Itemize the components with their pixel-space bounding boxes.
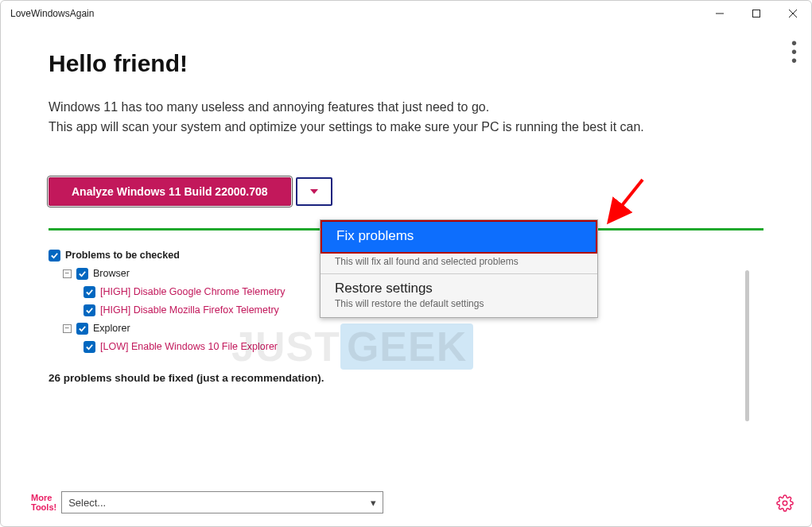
kebab-menu-icon[interactable]: ••• <box>791 36 797 68</box>
menu-item-desc: This will fix all found and selected pro… <box>321 254 597 274</box>
annotation-arrow-icon <box>603 176 651 231</box>
more-tools-link[interactable]: More Tools! <box>31 493 56 512</box>
main-content: Hello friend! Windows 11 has too many us… <box>1 26 811 384</box>
chevron-down-icon <box>310 189 318 194</box>
close-button[interactable] <box>775 1 811 26</box>
select-placeholder: Select... <box>68 497 106 509</box>
checkbox-icon[interactable] <box>49 250 60 262</box>
window-title: LoveWindowsAgain <box>10 8 94 19</box>
tree-item[interactable]: [LOW] Enable Windows 10 File Explorer <box>84 341 763 353</box>
svg-point-6 <box>783 501 787 506</box>
problem-link[interactable]: [LOW] Enable Windows 10 File Explorer <box>100 341 278 352</box>
checkbox-icon[interactable] <box>84 304 95 316</box>
tree-category[interactable]: − Explorer <box>63 323 763 335</box>
collapse-icon[interactable]: − <box>63 269 72 278</box>
category-label: Browser <box>93 268 130 279</box>
summary-text: 26 problems should be fixed (just a reco… <box>49 372 763 384</box>
checkbox-icon[interactable] <box>84 286 95 298</box>
window-controls <box>701 1 811 26</box>
category-label: Explorer <box>93 323 130 334</box>
chevron-down-icon: ▾ <box>371 497 376 509</box>
titlebar: LoveWindowsAgain <box>1 1 811 26</box>
svg-rect-1 <box>753 10 760 17</box>
scrollbar-thumb[interactable] <box>745 270 749 421</box>
checkbox-icon[interactable] <box>76 323 88 335</box>
minimize-button[interactable] <box>701 1 738 26</box>
gear-icon[interactable] <box>776 494 794 515</box>
checkbox-icon[interactable] <box>84 341 95 353</box>
maximize-button[interactable] <box>738 1 775 26</box>
page-title: Hello friend! <box>49 50 763 77</box>
dropdown-menu: Fix problems This will fix all found and… <box>320 219 598 318</box>
tree-root-label: Problems to be checked <box>65 250 180 261</box>
action-row: Analyze Windows 11 Build 22000.708 <box>49 177 763 206</box>
checkbox-icon[interactable] <box>76 268 88 280</box>
dropdown-toggle-button[interactable] <box>296 177 332 206</box>
analyze-button[interactable]: Analyze Windows 11 Build 22000.708 <box>49 177 291 206</box>
footer: More Tools! Select... ▾ <box>31 491 794 513</box>
svg-line-5 <box>611 180 643 219</box>
tools-select[interactable]: Select... ▾ <box>61 491 383 513</box>
menu-item-fix-problems[interactable]: Fix problems <box>321 220 597 254</box>
problem-link[interactable]: [HIGH] Disable Mozilla Firefox Telemetry <box>100 304 279 316</box>
problem-link[interactable]: [HIGH] Disable Google Chrome Telemetry <box>100 286 286 297</box>
page-subtitle: Windows 11 has too many useless and anno… <box>49 98 763 138</box>
collapse-icon[interactable]: − <box>63 324 72 333</box>
menu-item-restore-settings[interactable]: Restore settings This will restore the d… <box>321 274 597 317</box>
